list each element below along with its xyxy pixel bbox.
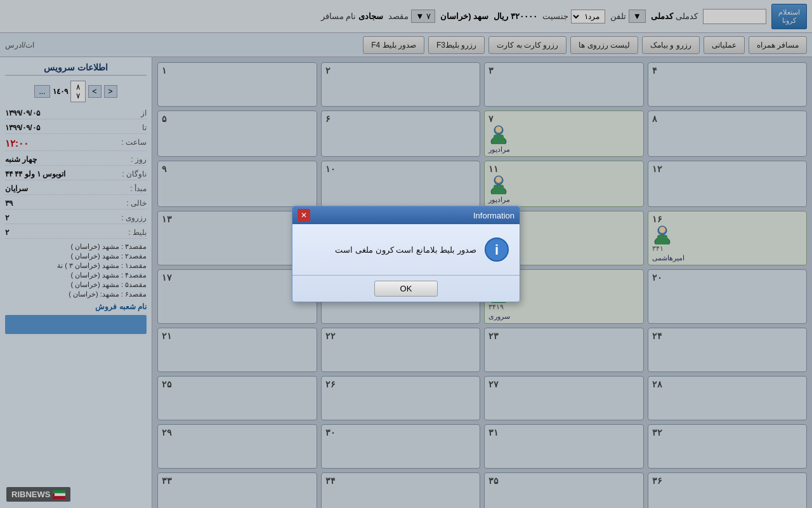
dialog-box: Information ✕ i صدور بلیط بلامانع است کر… [292, 206, 520, 302]
info-icon: i [484, 237, 509, 262]
dialog-body: i صدور بلیط بلامانع است کرون ملغی است [292, 224, 520, 275]
dialog-footer: OK [292, 275, 520, 302]
dialog-overlay: Information ✕ i صدور بلیط بلامانع است کر… [0, 0, 812, 508]
dialog-titlebar: Information ✕ [292, 206, 520, 224]
dialog-title: Information [473, 211, 514, 220]
svg-text:i: i [495, 242, 499, 258]
dialog-message: صدور بلیط بلامانع است کرون ملغی است [335, 245, 476, 255]
ok-button[interactable]: OK [374, 281, 438, 297]
dialog-close-button[interactable]: ✕ [298, 209, 310, 222]
